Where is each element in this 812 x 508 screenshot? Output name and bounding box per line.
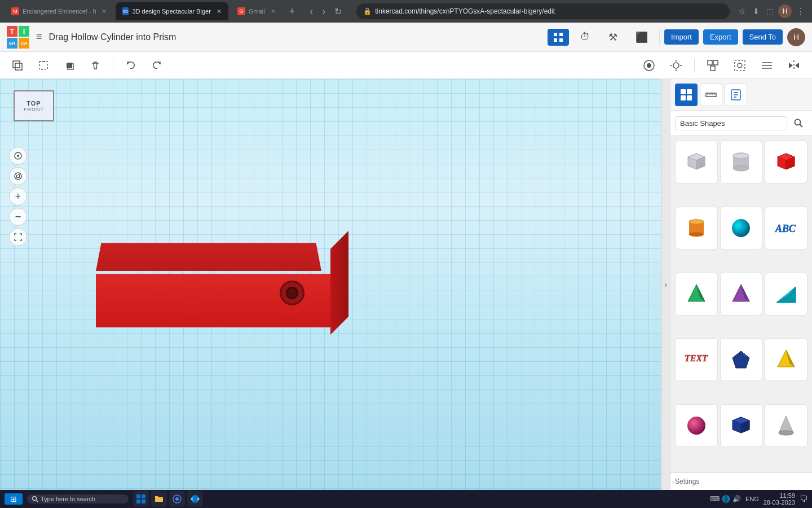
refresh-button[interactable]: ↻ — [331, 4, 345, 19]
collapse-handle[interactable]: › — [661, 79, 670, 490]
forward-button[interactable]: › — [319, 3, 329, 20]
sidebar-footer: Settings — [670, 472, 812, 490]
tab3-close[interactable]: ✕ — [271, 8, 276, 15]
shapes-category-select[interactable]: Basic Shapes — [675, 116, 787, 130]
svg-point-29 — [15, 173, 21, 179]
shape-item-cylinder-orange[interactable] — [675, 207, 718, 249]
taskbar-item-files[interactable] — [133, 491, 149, 507]
settings-label[interactable]: Settings — [675, 478, 699, 485]
bookmark-icon[interactable]: ☆ — [736, 5, 748, 18]
shape-icon-pyramid-purple — [727, 280, 755, 308]
app-header: T I ER CA ≡ Drag Hollow Cylinder into Pr… — [0, 23, 812, 52]
taskbar-language: ENG — [745, 496, 759, 502]
browser-tab-1[interactable]: M Endangered Eminence! - heman... ✕ — [5, 2, 113, 20]
tab2-title: 3D design Spectacular Bigery | Ti... — [132, 8, 211, 15]
profile-icon[interactable]: H — [778, 5, 792, 18]
shape-item-gem-blue[interactable] — [720, 338, 763, 381]
svg-marker-25 — [789, 63, 793, 68]
reset-view-button[interactable] — [9, 167, 27, 185]
svg-point-10 — [647, 63, 651, 68]
shape-icon-cone-gray — [772, 411, 800, 440]
shape-icon-wedge-teal — [772, 280, 800, 308]
shapes-search-button[interactable] — [789, 114, 807, 132]
shape-item-box-gray[interactable] — [675, 141, 718, 183]
tinkercad-logo[interactable]: T I ER CA — [7, 26, 29, 49]
3d-object[interactable] — [96, 237, 333, 327]
start-button[interactable]: ⊞ — [5, 493, 23, 505]
canvas-area[interactable]: TOP FRONT + − — [0, 79, 661, 490]
export-button[interactable]: Export — [703, 29, 738, 45]
camera-button[interactable]: ⏱ — [573, 28, 597, 46]
delete-button[interactable] — [85, 56, 106, 75]
taskbar-item-browser[interactable] — [169, 491, 185, 507]
new-tab-button[interactable]: + — [285, 6, 300, 17]
send-to-button[interactable]: Send To — [743, 29, 783, 45]
browser-tab-2[interactable]: 3D 3D design Spectacular Bigery | Ti... … — [116, 2, 228, 20]
browser-tab-3[interactable]: G Gmail ✕ — [231, 2, 283, 20]
grid-view-button[interactable] — [548, 29, 569, 46]
svg-point-51 — [733, 165, 749, 171]
tab1-close[interactable]: ✕ — [102, 8, 107, 15]
page-title: Drag Hollow Cylinder into Prism — [49, 32, 541, 42]
volume-icon[interactable]: 🔊 — [732, 495, 741, 503]
taskbar-search-button[interactable]: Type here to search — [27, 494, 129, 503]
align-button[interactable] — [756, 55, 778, 76]
home-icon — [14, 151, 23, 160]
home-view-button[interactable] — [9, 147, 27, 165]
taskbar-item-code[interactable] — [187, 491, 203, 507]
svg-marker-69 — [732, 351, 749, 368]
menu-icon[interactable]: ≡ — [36, 31, 42, 43]
tab-ruler[interactable] — [700, 84, 722, 106]
shape-item-pyramid-yellow[interactable] — [765, 338, 807, 381]
notifications-icon[interactable]: 🗨 — [800, 494, 807, 503]
redo-button[interactable] — [146, 56, 167, 75]
shape-item-pyramid-purple[interactable] — [720, 273, 763, 316]
svg-point-79 — [33, 497, 37, 501]
shape-item-box-navy[interactable] — [720, 404, 763, 447]
network-icon[interactable]: 🌐 — [722, 495, 730, 503]
tab-grid-shapes[interactable] — [675, 84, 698, 106]
paste-button[interactable] — [33, 56, 54, 75]
shape-item-wedge-teal[interactable] — [765, 273, 807, 316]
shape-item-sphere-blue[interactable] — [720, 207, 763, 249]
share-button[interactable]: ⬛ — [629, 28, 655, 47]
menu-dots[interactable]: ⋮ — [794, 4, 807, 19]
mirror-button[interactable] — [783, 55, 805, 76]
tab-notes[interactable] — [725, 84, 747, 106]
zoom-in-button[interactable]: + — [9, 187, 27, 205]
tab2-favicon: 3D — [122, 7, 129, 15]
duplicate-button[interactable] — [59, 56, 80, 75]
back-button[interactable]: ‹ — [306, 3, 316, 20]
hole-button[interactable] — [729, 55, 751, 76]
group-button[interactable] — [701, 55, 724, 76]
extensions-icon[interactable]: ⬚ — [764, 5, 776, 18]
download-icon[interactable]: ⬇ — [751, 5, 762, 18]
shape-item-box-red[interactable] — [765, 141, 807, 183]
shapes-grid: ABC — [670, 136, 812, 472]
svg-rect-4 — [15, 63, 22, 70]
import-button[interactable]: Import — [664, 29, 699, 45]
address-input[interactable] — [375, 7, 723, 15]
shape-item-text3d[interactable]: ABC — [765, 207, 807, 249]
taskbar-item-explorer[interactable] — [151, 491, 167, 507]
shape-item-text-red[interactable]: TEXT — [675, 338, 718, 381]
fit-view-button[interactable] — [9, 228, 27, 246]
taskbar-clock[interactable]: 11:59 28-03-2023 — [764, 492, 795, 506]
shape-item-cone-gray[interactable] — [765, 404, 807, 447]
undo-button[interactable] — [120, 56, 142, 75]
view-mode-button[interactable] — [638, 55, 660, 76]
svg-rect-82 — [142, 494, 145, 498]
shape-icon-box-navy — [727, 411, 755, 440]
tools-button[interactable]: ⚒ — [602, 28, 624, 47]
shape-item-cylinder-gray[interactable] — [720, 141, 763, 183]
zoom-out-button[interactable]: − — [9, 208, 27, 226]
svg-rect-3 — [559, 38, 563, 42]
user-avatar[interactable]: H — [787, 28, 805, 46]
view-cube[interactable]: TOP FRONT — [14, 90, 59, 133]
light-button[interactable] — [665, 55, 687, 76]
copy-button[interactable] — [7, 56, 28, 75]
tab2-close[interactable]: ✕ — [217, 8, 222, 15]
shape-item-sphere-magenta[interactable] — [675, 404, 718, 447]
keyboard-icon[interactable]: ⌨ — [710, 495, 720, 503]
shape-item-pyramid-green[interactable] — [675, 273, 718, 316]
